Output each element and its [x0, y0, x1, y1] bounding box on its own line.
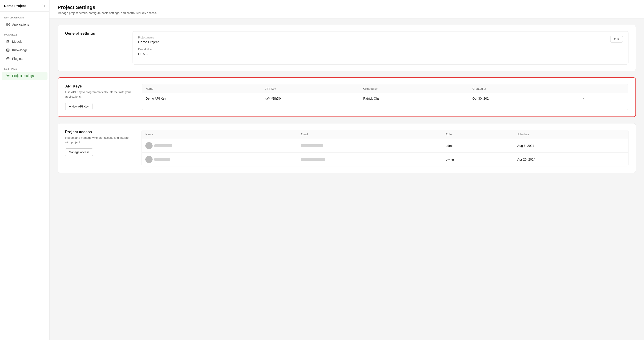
- api-keys-col-createdby: Created by: [360, 84, 469, 93]
- section-label-settings: Settings: [0, 63, 49, 71]
- plugin-icon: [6, 57, 10, 61]
- api-keys-title: API Keys: [65, 84, 133, 89]
- api-key-actions[interactable]: ···: [578, 93, 628, 104]
- svg-rect-0: [6, 23, 8, 24]
- api-key-created-by: Patrick Chen: [360, 93, 469, 104]
- sidebar-item-plugins-label: Plugins: [12, 57, 22, 60]
- three-dots-icon[interactable]: ···: [582, 96, 586, 100]
- access-row-2: owner Apr 25, 2024: [142, 153, 628, 166]
- access-user-role-2: owner: [442, 153, 514, 166]
- access-user-email-2: [297, 153, 442, 166]
- api-keys-description: Use API Key to programmatically interact…: [65, 90, 133, 99]
- access-row-1: admin Aug 6, 2024: [142, 139, 628, 153]
- access-user-name-1: [142, 139, 297, 153]
- blurred-email-1: [300, 144, 438, 147]
- svg-rect-4: [7, 40, 9, 43]
- project-selector[interactable]: Demo Project ⌃↕: [0, 0, 49, 12]
- api-keys-section: API Keys Use API Key to programmatically…: [58, 77, 636, 117]
- sidebar-item-models-label: Models: [12, 40, 22, 43]
- access-user-joindate-1: Aug 6, 2024: [514, 139, 628, 153]
- blurred-email-text-1: [300, 144, 323, 147]
- description-value: DEMO: [138, 52, 159, 56]
- project-name-value: Demo Project: [138, 40, 159, 44]
- access-col-name: Name: [142, 130, 297, 139]
- user-cell-1: [145, 142, 294, 149]
- blurred-email-text-2: [300, 158, 326, 161]
- project-access-title: Project access: [65, 130, 132, 134]
- api-keys-table-header-row: Name API Key Created by Created at: [142, 84, 628, 93]
- api-keys-col-createdat: Created at: [469, 84, 578, 93]
- sidebar-item-project-settings[interactable]: Project settings: [2, 72, 48, 80]
- grid-icon: [6, 22, 10, 26]
- sidebar-item-applications[interactable]: Applications: [2, 20, 48, 28]
- sidebar-item-models[interactable]: Models: [2, 37, 48, 46]
- general-settings-fields: Project name Demo Project Description DE…: [138, 36, 159, 60]
- project-access-section: Project access Inspect and manage who ca…: [58, 123, 636, 173]
- blurred-email-2: [300, 158, 438, 161]
- project-access-description: Inspect and manage who can access and in…: [65, 136, 132, 144]
- avatar-2: [145, 156, 152, 163]
- api-key-value: ta****BhD0: [262, 93, 360, 104]
- project-name: Demo Project: [4, 4, 26, 8]
- project-name-label: Project name: [138, 36, 159, 39]
- general-settings-left: General settings: [65, 31, 124, 64]
- svg-rect-5: [8, 41, 8, 42]
- avatar-1: [145, 142, 152, 149]
- cpu-icon: [6, 39, 10, 44]
- access-col-role: Role: [442, 130, 514, 139]
- page-title: Project Settings: [58, 4, 636, 10]
- blurred-name-1: [154, 144, 172, 147]
- api-key-row-1: Demo API Key ta****BhD0 Patrick Chen Oct…: [142, 93, 628, 104]
- general-settings-header: Project name Demo Project Description DE…: [138, 36, 623, 60]
- content-area: General settings Project name Demo Proje…: [50, 18, 644, 179]
- sidebar: Demo Project ⌃↕ Applications Application…: [0, 0, 50, 340]
- project-access-table-container: Name Email Role Join date: [142, 130, 628, 166]
- svg-rect-1: [8, 23, 10, 24]
- page-subtitle: Manage project details, configure basic …: [58, 11, 636, 15]
- api-keys-layout: API Keys Use API Key to programmatically…: [65, 84, 628, 110]
- project-access-header-row: Name Email Role Join date: [142, 130, 628, 139]
- api-keys-table: Name API Key Created by Created at Demo …: [142, 84, 628, 104]
- api-keys-col-apikey: API Key: [262, 84, 360, 93]
- description-label: Description: [138, 48, 159, 51]
- page-header: Project Settings Manage project details,…: [50, 0, 644, 18]
- general-settings-title: General settings: [65, 31, 124, 36]
- api-keys-col-actions: [578, 84, 628, 93]
- api-keys-left: API Keys Use API Key to programmatically…: [65, 84, 133, 110]
- new-api-key-button[interactable]: + New API Key: [65, 103, 92, 110]
- api-key-name: Demo API Key: [142, 93, 262, 104]
- blurred-name-2: [154, 158, 170, 161]
- gear-icon: [6, 74, 10, 78]
- project-access-table: Name Email Role Join date: [142, 130, 628, 166]
- main-content: Project Settings Manage project details,…: [50, 0, 644, 340]
- manage-access-button[interactable]: Manage access: [65, 148, 93, 156]
- edit-button[interactable]: Edit: [610, 36, 623, 42]
- general-settings-form: Project name Demo Project Description DE…: [132, 31, 628, 64]
- project-access-layout: Project access Inspect and manage who ca…: [65, 130, 628, 166]
- access-user-email-1: [297, 139, 442, 153]
- sidebar-item-knowledge[interactable]: Knowledge: [2, 46, 48, 54]
- api-keys-col-name: Name: [142, 84, 262, 93]
- sidebar-item-applications-label: Applications: [12, 23, 29, 26]
- api-keys-table-container: Name API Key Created by Created at Demo …: [142, 84, 628, 110]
- svg-point-17: [8, 75, 8, 76]
- access-col-joindate: Join date: [514, 130, 628, 139]
- access-col-email: Email: [297, 130, 442, 139]
- section-label-applications: Applications: [0, 12, 49, 20]
- svg-rect-3: [8, 25, 10, 26]
- project-access-left: Project access Inspect and manage who ca…: [65, 130, 132, 166]
- database-icon: [6, 48, 10, 52]
- svg-rect-2: [6, 25, 8, 26]
- svg-point-14: [6, 49, 9, 50]
- access-user-role-1: admin: [442, 139, 514, 153]
- access-user-name-2: [142, 153, 297, 166]
- sidebar-item-project-settings-label: Project settings: [12, 74, 34, 78]
- sidebar-item-knowledge-label: Knowledge: [12, 48, 28, 52]
- svg-point-16: [8, 58, 8, 59]
- api-key-created-at: Oct 30, 2024: [469, 93, 578, 104]
- general-settings-section: General settings Project name Demo Proje…: [58, 25, 636, 71]
- user-cell-2: [145, 156, 294, 163]
- access-user-joindate-2: Apr 25, 2024: [514, 153, 628, 166]
- sidebar-item-plugins[interactable]: Plugins: [2, 55, 48, 63]
- section-label-modules: Modules: [0, 29, 49, 37]
